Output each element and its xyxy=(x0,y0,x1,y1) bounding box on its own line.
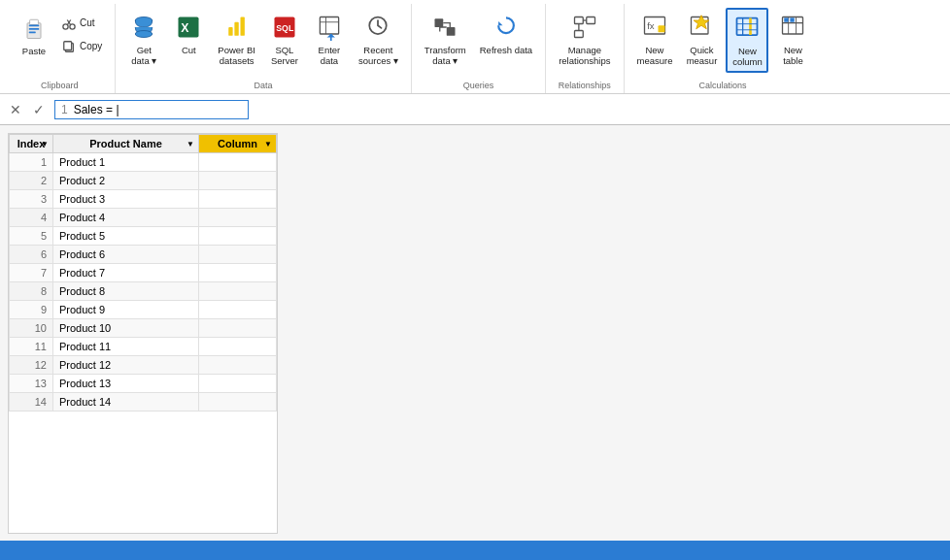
table-row[interactable]: 3 Product 3 xyxy=(10,190,277,209)
product-name-cell: Product 8 xyxy=(53,282,199,301)
svg-point-12 xyxy=(136,31,153,38)
product-name-cell: Product 14 xyxy=(53,393,199,412)
column-cell xyxy=(199,227,277,246)
column-header[interactable]: Column ▼ xyxy=(199,135,277,153)
column-cell xyxy=(199,246,277,264)
table-row[interactable]: 8 Product 8 xyxy=(10,282,277,301)
index-cell: 13 xyxy=(10,375,53,393)
enter-data-button[interactable]: Enterdata xyxy=(309,8,350,71)
ribbon-group-data: Getdata ▾ X Cut xyxy=(116,4,411,93)
svg-rect-46 xyxy=(785,17,789,21)
cut-label: Cut xyxy=(80,17,95,28)
index-column-header[interactable]: Index ▼ xyxy=(10,135,53,153)
formula-input[interactable] xyxy=(74,103,229,116)
product-name-cell: Product 6 xyxy=(53,246,199,264)
index-filter-arrow[interactable]: ▼ xyxy=(41,140,49,148)
table-row[interactable]: 14 Product 14 xyxy=(10,393,277,412)
new-column-button[interactable]: Newcolumn xyxy=(726,8,768,73)
transform-label: Transformdata ▾ xyxy=(424,45,466,67)
new-table-label: Newtable xyxy=(783,45,803,67)
excel-label: Cut xyxy=(182,45,196,55)
data-group-label: Data xyxy=(254,79,273,93)
product-name-cell: Product 11 xyxy=(53,338,199,356)
manage-relationships-button[interactable]: Managerelationships xyxy=(554,8,615,71)
svg-rect-4 xyxy=(29,32,36,34)
quick-measure-button[interactable]: Quickmeasur xyxy=(681,8,722,71)
sql-label: SQLServer xyxy=(271,45,298,67)
svg-rect-35 xyxy=(658,25,664,32)
cut-button[interactable]: Cut xyxy=(56,13,107,34)
transform-icon xyxy=(429,12,460,43)
formula-check: ✕ ✓ xyxy=(6,102,49,117)
product-name-cell: Product 1 xyxy=(53,153,199,172)
new-table-button[interactable]: Newtable xyxy=(772,8,813,71)
recent-sources-button[interactable]: Recentsources ▾ xyxy=(354,8,403,71)
refresh-button[interactable]: Refresh data xyxy=(475,8,537,59)
product-table: Index ▼ Product Name ▼ Column ▼ 1 Produc… xyxy=(9,134,277,412)
table-header-row: Index ▼ Product Name ▼ Column ▼ xyxy=(10,135,277,153)
copy-button[interactable]: Copy xyxy=(56,36,107,57)
formula-line-number: 1 xyxy=(61,103,68,116)
svg-rect-3 xyxy=(29,28,40,30)
manage-relationships-label: Managerelationships xyxy=(559,45,610,67)
excel-icon: X xyxy=(173,12,204,43)
table-row[interactable]: 4 Product 4 xyxy=(10,209,277,227)
relationships-items: Managerelationships xyxy=(554,8,615,79)
paste-button[interactable]: Paste xyxy=(12,8,56,61)
sql-button[interactable]: SQL SQLServer xyxy=(264,8,305,71)
svg-text:SQL: SQL xyxy=(276,23,294,33)
data-items: Getdata ▾ X Cut xyxy=(123,8,402,79)
ribbon-group-relationships: Managerelationships Relationships xyxy=(546,4,624,93)
index-cell: 9 xyxy=(10,301,53,319)
table-row[interactable]: 6 Product 6 xyxy=(10,246,277,264)
ribbon-top: Paste Cut xyxy=(0,0,950,93)
index-cell: 12 xyxy=(10,356,53,375)
product-name-column-header[interactable]: Product Name ▼ xyxy=(53,135,199,153)
column-cell xyxy=(199,375,277,393)
transform-button[interactable]: Transformdata ▾ xyxy=(420,8,471,71)
table-row[interactable]: 10 Product 10 xyxy=(10,319,277,338)
svg-rect-26 xyxy=(447,27,456,36)
formula-cancel[interactable]: ✕ xyxy=(6,102,25,117)
refresh-icon xyxy=(491,12,522,43)
table-body: 1 Product 1 2 Product 2 3 Product 3 4 Pr… xyxy=(10,153,277,412)
enter-data-icon xyxy=(314,12,345,43)
table-row[interactable]: 5 Product 5 xyxy=(10,227,277,246)
table-row[interactable]: 12 Product 12 xyxy=(10,356,277,375)
recent-sources-label: Recentsources ▾ xyxy=(358,45,398,67)
column-cell xyxy=(199,153,277,172)
column-cell xyxy=(199,338,277,356)
clipboard-group: Paste Cut xyxy=(12,8,107,61)
sql-icon: SQL xyxy=(269,12,300,43)
table-row[interactable]: 9 Product 9 xyxy=(10,301,277,319)
table-row[interactable]: 13 Product 13 xyxy=(10,375,277,393)
refresh-label: Refresh data xyxy=(480,45,532,55)
table-row[interactable]: 1 Product 1 xyxy=(10,153,277,172)
powerbi-button[interactable]: Power BIdatasets xyxy=(213,8,260,71)
clipboard-items: Paste Cut xyxy=(12,8,107,79)
product-name-filter-arrow[interactable]: ▼ xyxy=(187,140,194,148)
ribbon-group-clipboard: Paste Cut xyxy=(4,4,116,93)
new-column-label: Newcolumn xyxy=(732,46,763,68)
column-cell xyxy=(199,264,277,282)
table-row[interactable]: 11 Product 11 xyxy=(10,338,277,356)
svg-rect-47 xyxy=(791,17,795,21)
svg-rect-28 xyxy=(574,17,583,24)
product-name-cell: Product 7 xyxy=(53,264,199,282)
excel-button[interactable]: X Cut xyxy=(168,8,209,59)
product-name-cell: Product 2 xyxy=(53,172,199,190)
table-row[interactable]: 7 Product 7 xyxy=(10,264,277,282)
formula-confirm[interactable]: ✓ xyxy=(29,102,49,117)
recent-sources-icon xyxy=(362,12,393,43)
new-measure-button[interactable]: fx Newmeasure xyxy=(632,8,678,71)
new-measure-icon: fx xyxy=(639,12,670,43)
table-row[interactable]: 2 Product 2 xyxy=(10,172,277,190)
ribbon-group-queries: Transformdata ▾ Refresh data Queries xyxy=(412,4,546,93)
queries-items: Transformdata ▾ Refresh data xyxy=(420,8,537,79)
svg-rect-15 xyxy=(228,27,232,36)
get-data-button[interactable]: Getdata ▾ xyxy=(123,8,164,71)
new-column-icon xyxy=(731,13,763,44)
column-filter-arrow[interactable]: ▼ xyxy=(264,140,272,148)
index-cell: 6 xyxy=(10,246,53,264)
product-name-cell: Product 12 xyxy=(53,356,199,375)
